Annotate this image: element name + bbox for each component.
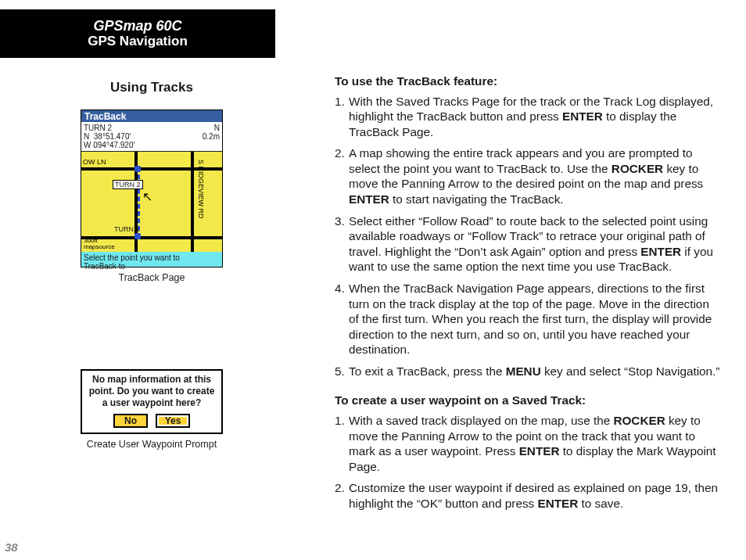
waypoint-prompt-screenshot: No map information at this point. Do you… [81,369,223,434]
step-item: 4.When the TracBack Navigation Page appe… [335,281,721,357]
turn1-flag-icon [134,233,141,239]
step-number: 1. [335,94,349,140]
section-title: Using Tracks [27,80,277,95]
step-text: Select either “Follow Road” to route bac… [349,214,721,275]
coords-text: TURN 2 N 38°51.470' W 094°47.920' [84,124,134,149]
prompt-message: No map information at this point. Do you… [85,374,218,409]
step-number: 4. [335,281,349,357]
step-number: 2. [335,145,349,206]
product-subtitle: GPS Navigation [88,34,188,49]
step-text: A map showing the entire track appears a… [349,145,721,206]
figure2-caption: Create User Waypoint Prompt [87,439,217,450]
step-item: 1.With the Saved Tracks Page for the tra… [335,94,721,140]
step-item: 2.A map showing the entire track appears… [335,145,721,206]
no-button[interactable]: No [113,414,148,428]
right-column: To use the TracBack feature: 1.With the … [335,70,721,525]
step-item: 2.Customize the user waypoint if desired… [335,480,721,511]
yes-button[interactable]: Yes [156,414,190,428]
step-text: To exit a TracBack, press the MENU key a… [349,364,721,379]
step-number: 5. [335,364,349,379]
steps-tracback: 1.With the Saved Tracks Page for the tra… [335,94,721,379]
street-left-label: OW LN [83,158,106,166]
screenshot-info-panel: TURN 2 N 38°51.470' W 094°47.920' N 0.2m [81,122,222,152]
figure-waypoint-prompt: No map information at this point. Do you… [27,369,277,450]
step-number: 2. [335,480,349,511]
heading-tracback: To use the TracBack feature: [335,74,721,89]
heading-text: N 0.2m [203,124,220,149]
tracback-screenshot: TracBack TURN 2 N 38°51.470' W 094°47.92… [81,109,223,267]
figure1-caption: TracBack Page [119,272,185,283]
step-text: With a saved track displayed on the map,… [349,413,721,474]
product-title: GPSmap 60C [93,18,181,34]
step-item: 1.With a saved track displayed on the ma… [335,413,721,474]
step-item: 5.To exit a TracBack, press the MENU key… [335,364,721,379]
step-item: 3.Select either “Follow Road” to route b… [335,214,721,275]
turn2-flag-icon [134,166,141,172]
screenshot-titlebar: TracBack [81,110,222,122]
screenshot-prompt: Select the point you want to TracBack to [81,252,222,267]
step-text: Customize the user waypoint if desired a… [349,480,721,511]
street-right-label: S RIDGEVIEW RD [197,160,205,219]
step-text: With the Saved Tracks Page for the track… [349,94,721,140]
steps-waypoint: 1.With a saved track displayed on the ma… [335,413,721,511]
cursor-arrow-icon: ↖ [142,189,152,204]
left-column: Using Tracks TracBack TURN 2 N 38°51.470… [27,80,277,450]
scale-label: 300ft mapsource [84,238,115,250]
turn2-label: TURN 2 [113,180,143,189]
turn1-label: TURN 1 [113,225,142,233]
step-number: 1. [335,413,349,474]
header-bar: GPSmap 60C GPS Navigation [0,9,275,58]
screenshot-map-area: TURN 2 TURN 1 ↖ OW LN S RIDGEVIEW RD 300… [81,152,222,252]
page-number: 38 [5,540,18,554]
heading-waypoint: To create a user waypoint on a Saved Tra… [335,393,721,408]
step-text: When the TracBack Navigation Page appear… [349,281,721,357]
step-number: 3. [335,214,349,275]
figure-tracback-page: TracBack TURN 2 N 38°51.470' W 094°47.92… [27,109,277,283]
